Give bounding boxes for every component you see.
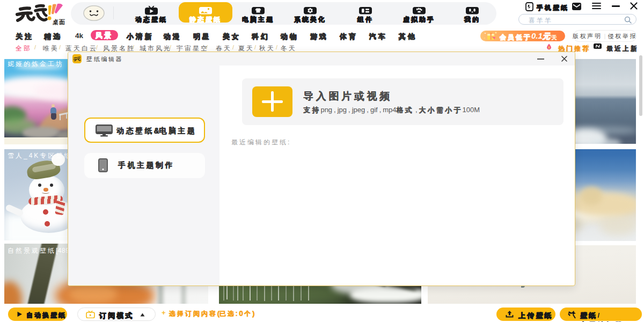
svg-text:桌面: 桌面: [52, 19, 65, 25]
